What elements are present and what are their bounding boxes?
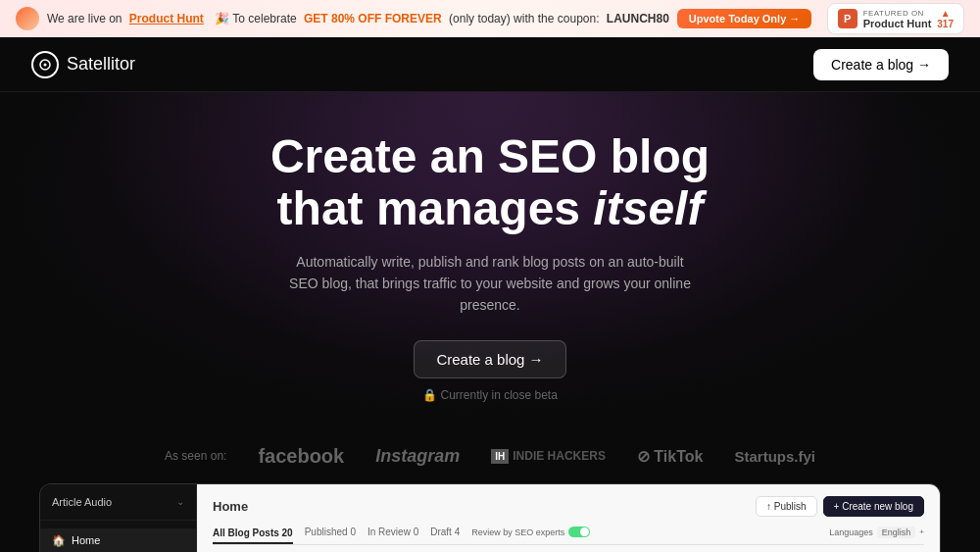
hero-section: Create an SEO blog that manages itself A…	[0, 92, 980, 422]
hero-title-italic: itself	[593, 182, 703, 234]
ih-box-icon: IH	[491, 449, 509, 464]
dashboard-tabs: All Blog Posts 20 Published 0 In Review …	[213, 527, 924, 545]
banner-celebration: 🎉 To celebrate	[215, 12, 297, 25]
hero-create-blog-button[interactable]: Create a blog →	[414, 340, 565, 378]
logo: Satellitor	[31, 51, 135, 78]
review-label: Review by SEO experts	[471, 527, 564, 537]
tab-published[interactable]: Published 0	[305, 527, 356, 537]
dashboard-main-title: Home	[213, 499, 248, 514]
navbar: Satellitor Create a blog →	[0, 37, 980, 92]
language-badge: English	[877, 527, 916, 538]
product-hunt-link[interactable]: Product Hunt	[129, 12, 204, 25]
publish-label: ↑ Publish	[766, 501, 807, 512]
ph-vote-count: ▲ 317	[937, 8, 954, 29]
logo-text: Satellitor	[67, 54, 135, 75]
banner-live-text: We are live on	[47, 12, 122, 25]
banner-offer-detail: (only today) with the coupon:	[449, 12, 599, 25]
language-chevron-icon: +	[919, 527, 924, 536]
top-banner: We are live on Product Hunt 🎉 To celebra…	[0, 0, 980, 37]
banner-offer: GET 80% OFF FOREVER	[304, 12, 442, 25]
indie-hackers-logo: IH INDIE HACKERS	[491, 449, 606, 464]
banner-left: We are live on Product Hunt 🎉 To celebra…	[16, 7, 811, 30]
banner-text: We are live on Product Hunt 🎉 To celebra…	[47, 12, 669, 25]
ih-text: INDIE HACKERS	[513, 449, 606, 463]
dashboard-inner: Article Audio ⌄ 🏠 Home 📋 Business Detail…	[40, 484, 940, 552]
publish-button[interactable]: ↑ Publish	[756, 496, 817, 517]
product-hunt-badge[interactable]: P FEATURED ON Product Hunt ▲ 317	[827, 3, 964, 34]
language-select[interactable]: Languages English +	[829, 527, 924, 538]
tiktok-logo: ⊘ TikTok	[637, 447, 704, 466]
ph-arrow-icon: ▲	[941, 8, 951, 19]
dashboard-preview: Article Audio ⌄ 🏠 Home 📋 Business Detail…	[39, 483, 941, 552]
review-toggle-wrap: Review by SEO experts	[471, 527, 590, 537]
facebook-logo: facebook	[258, 445, 344, 468]
sidebar-item-home[interactable]: 🏠 Home	[40, 528, 196, 552]
hero-title-line1: Create an SEO blog	[270, 130, 710, 182]
logo-icon	[31, 51, 59, 78]
sidebar-chevron-icon: ⌄	[176, 496, 184, 507]
languages-label: Languages	[829, 527, 873, 537]
hero-subtitle: Automatically write, publish and rank bl…	[284, 251, 696, 317]
ph-info: FEATURED ON Product Hunt	[863, 9, 932, 29]
beta-note: 🔒 Currently in close beta	[20, 388, 960, 402]
upvote-label: Upvote Today Only →	[689, 13, 800, 25]
dashboard-main-header: Home ↑ Publish + Create new blog	[213, 496, 924, 517]
tab-all-posts[interactable]: All Blog Posts 20	[213, 527, 293, 544]
dashboard-sidebar: Article Audio ⌄ 🏠 Home 📋 Business Detail…	[40, 484, 197, 552]
ph-count-number: 317	[937, 19, 954, 29]
hero-cta-label: Create a blog →	[436, 351, 543, 368]
tab-draft[interactable]: Draft 4	[430, 527, 460, 537]
navbar-cta-label: Create a blog →	[831, 57, 931, 73]
instagram-logo: Instagram	[375, 446, 460, 467]
dashboard-main: Home ↑ Publish + Create new blog All Blo…	[197, 484, 940, 552]
dashboard-actions: ↑ Publish + Create new blog	[756, 496, 924, 517]
banner-avatar	[16, 7, 39, 30]
ph-featured-text: FEATURED ON	[863, 9, 932, 18]
sidebar-home-label: Home	[72, 534, 100, 546]
sidebar-header: Article Audio ⌄	[40, 496, 196, 521]
hero-title: Create an SEO blog that manages itself	[20, 131, 960, 235]
create-new-blog-button[interactable]: + Create new blog	[823, 496, 924, 517]
logos-label: As seen on:	[165, 449, 226, 463]
banner-coupon: LAUNCH80	[607, 12, 669, 25]
hero-title-line2: that manages	[277, 182, 580, 234]
review-toggle[interactable]	[568, 527, 590, 537]
sidebar-title: Article Audio	[52, 496, 112, 508]
upvote-button[interactable]: Upvote Today Only →	[677, 9, 811, 28]
create-new-label: + Create new blog	[834, 501, 913, 512]
navbar-create-blog-button[interactable]: Create a blog →	[813, 49, 949, 80]
home-icon: 🏠	[52, 534, 66, 547]
logos-bar: As seen on: facebook Instagram IH INDIE …	[0, 422, 980, 483]
ph-name-text: Product Hunt	[863, 18, 932, 29]
svg-point-1	[44, 63, 47, 66]
tab-in-review[interactable]: In Review 0	[368, 527, 418, 537]
startups-fyi-logo: Startups.fyi	[734, 448, 815, 465]
hero-cta: Create a blog →	[20, 340, 960, 378]
ph-logo-icon: P	[838, 9, 858, 28]
